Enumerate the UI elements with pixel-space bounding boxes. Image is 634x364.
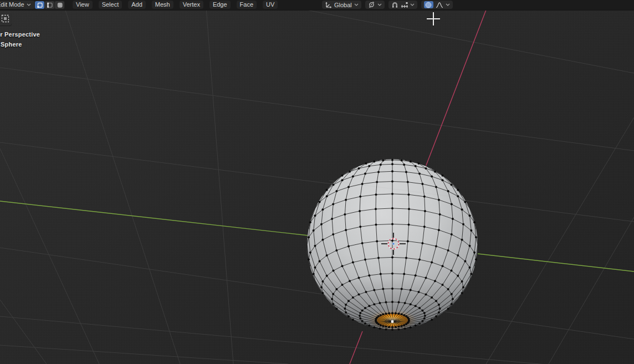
view-perspective-label: er Perspective xyxy=(0,31,40,38)
edge-select-icon xyxy=(47,2,53,8)
proportional-edit-toggle[interactable] xyxy=(424,1,433,8)
mode-edge-select-button[interactable] xyxy=(45,1,54,9)
chevron-down-icon xyxy=(377,3,382,6)
mode-face-select-button[interactable] xyxy=(55,1,64,9)
proportional-edit-icon xyxy=(425,2,432,8)
menu-vertex[interactable]: Vertex xyxy=(180,1,203,9)
menu-view[interactable]: View xyxy=(73,1,93,9)
transform-settings-cluster: Global xyxy=(322,1,453,9)
active-vertex xyxy=(391,320,393,322)
active-object-label: Sphere xyxy=(1,41,22,48)
mode-vertex-select-button[interactable] xyxy=(35,1,44,9)
orientation-axes-icon xyxy=(325,2,332,8)
chevron-down-icon xyxy=(354,3,359,6)
snap-increment-icon xyxy=(401,2,408,8)
menu-mesh[interactable]: Mesh xyxy=(152,1,173,9)
mode-dropdown-label: Edit Mode xyxy=(0,2,24,8)
active-tool-select-box-button[interactable] xyxy=(0,13,12,25)
chevron-down-icon xyxy=(446,3,450,6)
face-select-icon xyxy=(57,2,63,8)
blender-window: er Perspective Sphere Edit Mode xyxy=(0,0,634,364)
snap-settings-button[interactable] xyxy=(401,2,415,8)
menu-add[interactable]: Add xyxy=(128,1,146,9)
mode-dropdown[interactable]: Edit Mode xyxy=(0,1,35,9)
proportional-edit-group xyxy=(421,1,453,9)
pivot-point-icon xyxy=(368,1,375,8)
vertex-select-icon xyxy=(37,2,43,8)
menu-bar: ViewSelectAddMeshVertexEdgeFaceUV xyxy=(73,1,278,9)
sphere-object[interactable] xyxy=(307,159,478,331)
magnet-icon xyxy=(391,1,398,8)
menu-select[interactable]: Select xyxy=(99,1,122,9)
chevron-down-icon xyxy=(410,3,415,6)
select-box-icon xyxy=(1,14,9,25)
menu-uv[interactable]: UV xyxy=(263,1,278,9)
pivot-point-dropdown[interactable] xyxy=(365,1,385,9)
viewport-header: Edit Mode xyxy=(0,0,634,11)
viewport-3d[interactable] xyxy=(0,0,634,364)
chevron-down-icon xyxy=(27,3,31,6)
falloff-curve-icon[interactable] xyxy=(436,2,443,8)
menu-face[interactable]: Face xyxy=(237,1,257,9)
transform-orientation-dropdown[interactable]: Global xyxy=(322,1,361,9)
mesh-select-mode-group xyxy=(34,1,65,9)
snap-toggle-button[interactable] xyxy=(391,1,398,8)
snapping-group xyxy=(388,1,417,9)
orientation-label: Global xyxy=(334,2,352,8)
menu-edge[interactable]: Edge xyxy=(209,1,231,9)
